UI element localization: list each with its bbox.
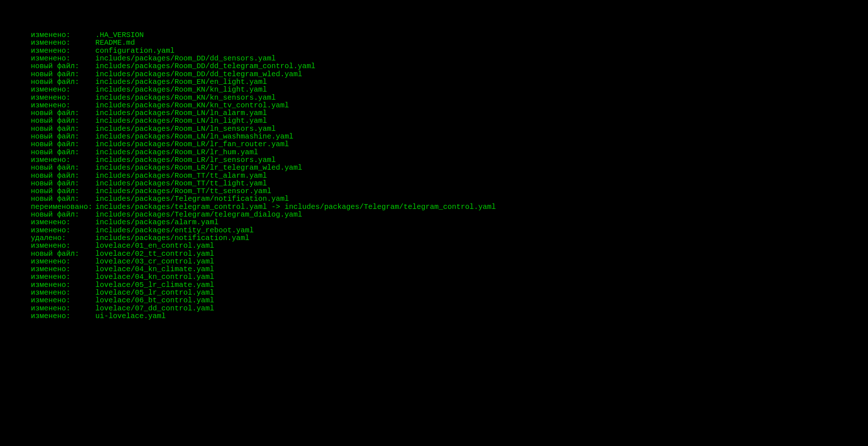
- git-status-label: изменено:: [31, 218, 95, 226]
- git-file-path: includes/packages/Room_DD/dd_sensors.yam…: [95, 55, 276, 62]
- git-file-path: lovelace/04_kn_control.yaml: [95, 273, 214, 281]
- git-status-label: изменено:: [31, 55, 95, 62]
- git-file-path: configuration.yaml: [95, 47, 175, 55]
- git-status-label: новый файл:: [31, 125, 95, 133]
- git-status-line: новый файл:includes/packages/Room_LN/ln_…: [0, 117, 868, 125]
- git-status-label: изменено:: [31, 305, 95, 312]
- git-status-line: изменено:includes/packages/Room_KN/kn_li…: [0, 86, 868, 93]
- git-status-line: изменено:lovelace/01_en_control.yaml: [0, 242, 868, 250]
- terminal-output[interactable]: изменено:.HA_VERSIONизменено:README.mdиз…: [0, 31, 868, 320]
- git-file-path: lovelace/04_kn_climate.yaml: [95, 265, 214, 273]
- git-file-path: lovelace/03_cr_control.yaml: [95, 258, 214, 265]
- git-file-path: includes/packages/Room_LN/ln_alarm.yaml: [95, 109, 267, 117]
- git-status-label: изменено:: [31, 273, 95, 281]
- git-status-line: новый файл:includes/packages/Room_LR/lr_…: [0, 140, 868, 148]
- git-status-label: изменено:: [31, 156, 95, 164]
- git-file-path: includes/packages/entity_reboot.yaml: [95, 226, 254, 234]
- git-status-label: новый файл:: [31, 172, 95, 180]
- git-status-line: новый файл:includes/packages/Room_EN/en_…: [0, 78, 868, 86]
- git-status-label: изменено:: [31, 102, 95, 109]
- git-status-line: новый файл:lovelace/02_tt_control.yaml: [0, 250, 868, 258]
- git-file-path: includes/packages/Telegram/telegram_dial…: [95, 211, 302, 218]
- git-status-line: изменено:lovelace/05_lr_climate.yaml: [0, 281, 868, 289]
- git-file-path: includes/packages/notification.yaml: [95, 234, 249, 242]
- git-status-label: изменено:: [31, 47, 95, 55]
- git-status-label: новый файл:: [31, 187, 95, 195]
- git-status-label: новый файл:: [31, 211, 95, 218]
- git-status-line: изменено:lovelace/03_cr_control.yaml: [0, 258, 868, 265]
- git-file-path: lovelace/01_en_control.yaml: [95, 242, 214, 250]
- git-file-path: includes/packages/Room_KN/kn_sensors.yam…: [95, 94, 276, 102]
- git-file-path: README.md: [95, 39, 135, 47]
- git-status-label: изменено:: [31, 312, 95, 320]
- git-file-path: includes/packages/Room_DD/dd_telegram_co…: [95, 62, 315, 70]
- git-status-label: изменено:: [31, 258, 95, 265]
- git-file-path: includes/packages/Room_TT/tt_alarm.yaml: [95, 172, 267, 180]
- git-file-path: includes/packages/Room_TT/tt_light.yaml: [95, 180, 267, 187]
- git-file-path: includes/packages/Room_LR/lr_sensors.yam…: [95, 156, 276, 164]
- git-status-label: изменено:: [31, 296, 95, 304]
- git-status-line: изменено:lovelace/06_bt_control.yaml: [0, 296, 868, 304]
- git-file-path: includes/packages/Room_LR/lr_fan_router.…: [95, 140, 289, 148]
- git-status-label: изменено:: [31, 281, 95, 289]
- git-status-label: новый файл:: [31, 117, 95, 125]
- git-status-label: новый файл:: [31, 164, 95, 172]
- git-file-path: includes/packages/Room_KN/kn_tv_control.…: [95, 102, 289, 109]
- git-status-line: новый файл:includes/packages/Telegram/no…: [0, 195, 868, 203]
- git-status-line: изменено:includes/packages/alarm.yaml: [0, 218, 868, 226]
- git-status-line: изменено:lovelace/05_lr_control.yaml: [0, 289, 868, 296]
- git-file-path: includes/packages/Room_TT/tt_sensor.yaml: [95, 187, 271, 195]
- git-file-path: includes/packages/Room_LR/lr_telegram_wl…: [95, 164, 302, 172]
- git-status-line: изменено:lovelace/07_dd_control.yaml: [0, 305, 868, 312]
- git-status-line: изменено:lovelace/04_kn_climate.yaml: [0, 265, 868, 273]
- git-status-line: изменено:ui-lovelace.yaml: [0, 312, 868, 320]
- git-status-line: новый файл:includes/packages/Room_TT/tt_…: [0, 180, 868, 187]
- git-status-line: изменено:includes/packages/Room_DD/dd_se…: [0, 55, 868, 62]
- git-file-path: .HA_VERSION: [95, 31, 144, 39]
- git-file-path: includes/packages/Room_LN/ln_washmashine…: [95, 133, 293, 140]
- git-status-label: новый файл:: [31, 250, 95, 258]
- git-status-label: изменено:: [31, 265, 95, 273]
- git-status-line: переименовано:includes/packages/telegram…: [0, 203, 868, 211]
- git-status-line: новый файл:includes/packages/Room_DD/dd_…: [0, 62, 868, 70]
- git-file-path: lovelace/07_dd_control.yaml: [95, 305, 214, 312]
- git-file-path: includes/packages/Room_EN/en_light.yaml: [95, 78, 267, 86]
- git-file-path: includes/packages/Room_LN/ln_sensors.yam…: [95, 125, 276, 133]
- git-file-path: includes/packages/Telegram/notification.…: [95, 195, 289, 203]
- git-status-label: изменено:: [31, 94, 95, 102]
- git-status-label: удалено:: [31, 234, 95, 242]
- git-status-label: новый файл:: [31, 180, 95, 187]
- git-file-path: lovelace/05_lr_control.yaml: [95, 289, 214, 296]
- git-status-line: новый файл:includes/packages/Telegram/te…: [0, 211, 868, 218]
- git-status-label: новый файл:: [31, 140, 95, 148]
- git-file-path: includes/packages/Room_LN/ln_light.yaml: [95, 117, 267, 125]
- git-status-line: изменено:.HA_VERSION: [0, 31, 868, 39]
- git-file-path: ui-lovelace.yaml: [95, 312, 166, 320]
- git-status-label: новый файл:: [31, 195, 95, 203]
- git-file-path: includes/packages/alarm.yaml: [95, 218, 219, 226]
- git-status-label: новый файл:: [31, 70, 95, 78]
- git-status-line: новый файл:includes/packages/Room_TT/tt_…: [0, 172, 868, 180]
- git-file-path: lovelace/05_lr_climate.yaml: [95, 281, 214, 289]
- git-status-label: новый файл:: [31, 133, 95, 140]
- git-status-line: новый файл:includes/packages/Room_LN/ln_…: [0, 109, 868, 117]
- git-file-path: includes/packages/Room_KN/kn_light.yaml: [95, 86, 267, 93]
- git-file-path: includes/packages/Room_LR/lr_hum.yaml: [95, 148, 258, 156]
- git-status-line: новый файл:includes/packages/Room_LN/ln_…: [0, 133, 868, 140]
- git-status-label: новый файл:: [31, 148, 95, 156]
- git-status-label: изменено:: [31, 86, 95, 93]
- git-status-label: новый файл:: [31, 62, 95, 70]
- git-status-line: новый файл:includes/packages/Room_DD/dd_…: [0, 70, 868, 78]
- git-status-line: изменено:includes/packages/entity_reboot…: [0, 226, 868, 234]
- git-status-line: изменено:configuration.yaml: [0, 47, 868, 55]
- git-status-line: изменено:includes/packages/Room_LR/lr_se…: [0, 156, 868, 164]
- git-file-path: lovelace/02_tt_control.yaml: [95, 250, 214, 258]
- git-status-line: новый файл:includes/packages/Room_LR/lr_…: [0, 164, 868, 172]
- git-status-line: новый файл:includes/packages/Room_LR/lr_…: [0, 148, 868, 156]
- git-status-label: изменено:: [31, 226, 95, 234]
- git-status-label: новый файл:: [31, 109, 95, 117]
- git-status-label: изменено:: [31, 39, 95, 47]
- git-status-label: переименовано:: [31, 203, 95, 211]
- git-status-line: удалено:includes/packages/notification.y…: [0, 234, 868, 242]
- git-status-line: изменено:includes/packages/Room_KN/kn_se…: [0, 94, 868, 102]
